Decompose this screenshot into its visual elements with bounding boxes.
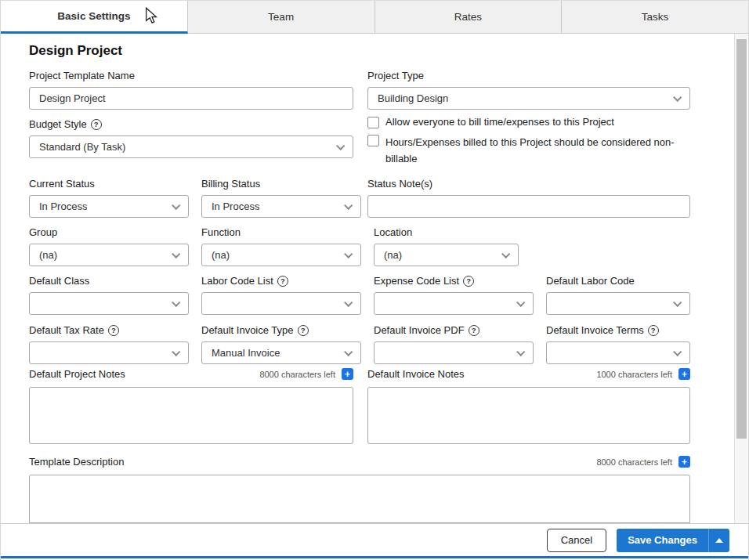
billing-status-select[interactable]: In Process: [201, 195, 361, 218]
status-notes-input[interactable]: [367, 195, 690, 218]
field-current-status: Current Status In Process: [29, 178, 189, 218]
expense-code-list-label: Expense Code List ?: [374, 275, 534, 287]
bottom-accent-line: [1, 556, 749, 558]
character-counter: 8000 characters left: [259, 370, 335, 379]
vertical-scrollbar[interactable]: [734, 34, 747, 523]
non-billable-checkbox-row: Hours/Expenses billed to this Project sh…: [367, 134, 690, 168]
chevron-down-icon: [673, 298, 682, 307]
page-title: Design Project: [29, 43, 122, 59]
field-labor-code-list: Labor Code List ?: [201, 275, 361, 315]
help-icon[interactable]: ?: [648, 325, 659, 336]
save-changes-button[interactable]: Save Changes: [617, 529, 708, 552]
scrollbar-thumb[interactable]: [736, 39, 747, 439]
cancel-button[interactable]: Cancel: [547, 529, 606, 552]
chevron-down-icon: [344, 348, 353, 356]
default-invoice-notes-textarea[interactable]: [367, 387, 690, 444]
save-options-dropdown-button[interactable]: [708, 529, 729, 552]
default-project-notes-textarea[interactable]: [29, 387, 353, 444]
tab-basic-settings[interactable]: Basic Settings: [1, 1, 188, 34]
budget-style-select[interactable]: Standard (By Task): [29, 135, 353, 158]
default-labor-code-select[interactable]: [546, 292, 690, 315]
project-template-dialog: Basic Settings Team Rates Tasks Design P…: [0, 0, 749, 560]
save-split-button: Save Changes: [617, 529, 729, 552]
default-invoice-type-select[interactable]: Manual Invoice: [201, 341, 361, 364]
help-icon[interactable]: ?: [91, 119, 102, 130]
chevron-down-icon: [336, 142, 345, 150]
chevron-down-icon: [344, 298, 353, 307]
current-status-select[interactable]: In Process: [29, 195, 189, 218]
project-notes-counter-row: 8000 characters left +: [197, 368, 353, 380]
select-value: Building Design: [378, 92, 448, 104]
field-group: Group (na): [29, 226, 189, 266]
location-select[interactable]: (na): [374, 244, 519, 266]
field-default-labor-code: Default Labor Code: [546, 275, 690, 315]
character-counter: 1000 characters left: [596, 370, 672, 379]
allow-everyone-checkbox[interactable]: [367, 117, 379, 128]
labor-code-list-label: Labor Code List ?: [201, 275, 361, 287]
budget-style-label: Budget Style ?: [29, 118, 353, 130]
select-value: (na): [39, 249, 57, 261]
group-select[interactable]: (na): [29, 244, 189, 266]
expand-notes-button[interactable]: +: [342, 368, 353, 380]
default-invoice-terms-select[interactable]: [546, 341, 690, 364]
default-labor-code-label: Default Labor Code: [546, 275, 690, 287]
template-description-textarea[interactable]: [29, 475, 690, 523]
tab-rates[interactable]: Rates: [375, 1, 563, 34]
expand-notes-button[interactable]: +: [678, 368, 690, 380]
chevron-down-icon: [172, 348, 180, 356]
field-location: Location (na): [374, 226, 519, 266]
template-description-counter-row: 8000 characters left +: [534, 456, 690, 468]
default-tax-rate-select[interactable]: [29, 341, 189, 364]
select-value: In Process: [212, 201, 259, 212]
expense-code-list-select[interactable]: [374, 292, 534, 315]
project-type-select[interactable]: Building Design: [367, 87, 690, 110]
chevron-down-icon: [673, 348, 682, 356]
project-template-name-input[interactable]: [29, 87, 353, 110]
default-class-select[interactable]: [29, 292, 189, 315]
field-default-invoice-pdf: Default Invoice PDF ?: [374, 324, 534, 364]
default-invoice-pdf-select[interactable]: [374, 341, 534, 364]
tab-tasks[interactable]: Tasks: [562, 1, 748, 34]
help-icon[interactable]: ?: [469, 325, 479, 336]
location-label: Location: [374, 226, 519, 238]
help-icon[interactable]: ?: [463, 276, 474, 287]
function-select[interactable]: (na): [201, 244, 361, 266]
chevron-down-icon: [172, 298, 180, 307]
default-class-label: Default Class: [29, 275, 189, 287]
select-value: In Process: [39, 201, 87, 212]
default-invoice-terms-label: Default Invoice Terms ?: [546, 324, 690, 336]
invoice-notes-counter-row: 1000 characters left +: [534, 368, 690, 380]
non-billable-label: Hours/Expenses billed to this Project sh…: [385, 134, 688, 168]
select-value: Standard (By Task): [39, 141, 125, 153]
select-value: Manual Invoice: [212, 347, 280, 359]
chevron-down-icon: [501, 250, 510, 258]
tab-team[interactable]: Team: [188, 1, 375, 34]
template-description-label: Template Description: [29, 456, 353, 468]
character-counter: 8000 characters left: [596, 457, 672, 467]
project-type-label: Project Type: [367, 70, 690, 81]
status-notes-label: Status Note(s): [367, 178, 690, 190]
help-icon[interactable]: ?: [277, 276, 288, 287]
chevron-down-icon: [516, 348, 525, 356]
group-label: Group: [29, 226, 189, 238]
field-project-type: Project Type Building Design: [367, 70, 690, 110]
allow-everyone-checkbox-row: Allow everyone to bill time/expenses to …: [367, 116, 690, 128]
field-budget-style: Budget Style ? Standard (By Task): [29, 118, 353, 158]
labor-code-list-select[interactable]: [201, 292, 361, 315]
field-default-class: Default Class: [29, 275, 189, 315]
function-label: Function: [201, 226, 361, 238]
expand-notes-button[interactable]: +: [678, 456, 690, 468]
footer-action-bar: Cancel Save Changes: [1, 523, 749, 556]
help-icon[interactable]: ?: [108, 325, 119, 336]
tab-bar: Basic Settings Team Rates Tasks: [1, 0, 748, 34]
basic-settings-panel: Design Project Project Template Name Pro…: [1, 34, 736, 523]
chevron-down-icon: [172, 250, 180, 258]
arrow-up-icon: [715, 538, 723, 543]
help-icon[interactable]: ?: [298, 325, 309, 336]
field-default-invoice-terms: Default Invoice Terms ?: [546, 324, 690, 364]
select-value: (na): [212, 249, 230, 261]
chevron-down-icon: [344, 250, 353, 258]
non-billable-checkbox[interactable]: [367, 135, 379, 146]
field-default-tax-rate: Default Tax Rate ?: [29, 324, 189, 364]
field-project-template-name: Project Template Name: [29, 70, 353, 110]
